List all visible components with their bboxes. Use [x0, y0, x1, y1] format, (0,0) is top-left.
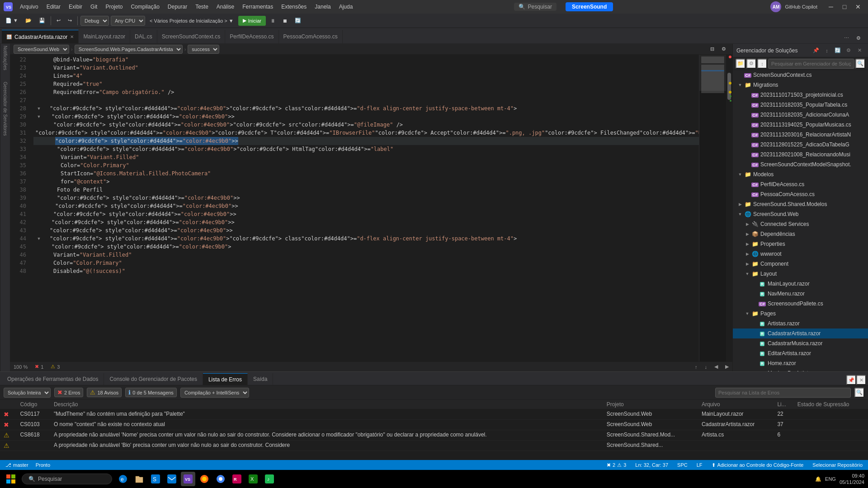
warning-indicator[interactable]: ⚠ 3	[51, 364, 60, 370]
menu-exibir[interactable]: Exibir	[65, 3, 86, 11]
server-explorer-label[interactable]: Gerenciador de Servidores	[3, 82, 8, 136]
code-line-41[interactable]: "color:#9cdcfe"> style"color:#d4d4d4">="…	[33, 210, 699, 218]
tree-item-7[interactable]: C#20231128015225_AdicaoDaTabelaG	[733, 140, 868, 150]
code-line-48[interactable]: Disabled="@(!success)"	[33, 267, 699, 275]
user-avatar[interactable]: AM	[770, 1, 781, 12]
panel-pin-button[interactable]: 📌	[811, 46, 821, 56]
tree-item-14[interactable]: ▼🌐ScreenSound.Web	[733, 209, 868, 219]
tree-item-23[interactable]: C#ScreensoundPallete.cs	[733, 299, 868, 309]
taskbar-app-store[interactable]: S	[148, 472, 163, 486]
error-row-2[interactable]: ⚠CS8618A propriedade não anulável 'Nome'…	[0, 430, 868, 441]
tree-item-24[interactable]: ▼📁Pages	[733, 309, 868, 319]
git-branch-status[interactable]: ⎇ master	[4, 462, 30, 468]
bottom-tab-erros[interactable]: Lista de Erros	[203, 373, 248, 385]
scroll-left[interactable]: ◀	[714, 364, 718, 370]
col-line[interactable]: Li...	[774, 400, 793, 409]
tree-item-28[interactable]: REditarArtista.razor	[733, 348, 868, 358]
menu-janela[interactable]: Janela	[311, 3, 334, 11]
code-content[interactable]: @bind-Value="biografia"Variant="Variant.…	[30, 55, 699, 361]
split-editor-button[interactable]: ⊟	[708, 44, 717, 55]
col-project[interactable]: Projeto	[603, 400, 698, 409]
tree-item-26[interactable]: RCadastrarArtista.razor	[733, 328, 868, 338]
code-line-23[interactable]: Variant="Variant.Outlined"	[33, 64, 699, 72]
code-line-35[interactable]: Color="Color.Primary"	[33, 161, 699, 169]
tree-item-13[interactable]: ▶📁ScreenSound.Shared.Modelos	[733, 199, 868, 209]
bottom-tab-gerenciador[interactable]: Operações de Ferramentas de Dados	[2, 373, 104, 385]
menu-git[interactable]: Git	[87, 3, 101, 11]
code-line-33[interactable]: "color:#9cdcfe"> style"color:#d4d4d4">="…	[33, 145, 699, 153]
open-button[interactable]: 📂	[23, 15, 34, 26]
code-line-26[interactable]: RequiredError="Campo obrigatório." />	[33, 88, 699, 96]
editor-scrollbar[interactable]	[726, 55, 732, 361]
tree-item-10[interactable]: ▼📁Modelos	[733, 169, 868, 179]
close-button[interactable]: ✕	[852, 1, 864, 12]
solution-search-button[interactable]: 🔍	[855, 59, 865, 69]
tree-item-0[interactable]: C#ScreenSoundContext.cs	[733, 70, 868, 80]
code-line-29[interactable]: ▼"color:#9cdcfe"> style"color:#d4d4d4">=…	[33, 113, 699, 121]
navigation-up[interactable]: ↑	[695, 364, 698, 370]
menu-projeto[interactable]: Projeto	[102, 3, 126, 11]
col-type[interactable]	[0, 400, 16, 409]
tree-item-2[interactable]: C#20231110171503_projetoInicial.cs	[733, 90, 868, 100]
scroll-right[interactable]: ▶	[725, 364, 729, 370]
tree-item-30[interactable]: RMusicasPorArtista.razor	[733, 368, 868, 371]
taskbar-notifications-icon[interactable]: 🔔	[815, 476, 821, 482]
tree-item-3[interactable]: C#20231110182035_PopularTabela.cs	[733, 100, 868, 110]
tree-item-29[interactable]: RHome.razor	[733, 358, 868, 368]
tree-item-21[interactable]: RMainLayout.razor	[733, 279, 868, 289]
taskbar-app-mail[interactable]	[165, 472, 179, 486]
restart-button[interactable]: 🔄	[292, 15, 304, 26]
pause-button[interactable]: ⏸	[268, 15, 278, 26]
col-file[interactable]: Arquivo	[698, 400, 774, 409]
new-file-button[interactable]: 📄 ▼	[3, 15, 21, 26]
undo-button[interactable]: ↩	[54, 15, 63, 26]
navigation-down[interactable]: ↓	[705, 364, 708, 370]
code-line-46[interactable]: Variant="Variant.Filled"	[33, 251, 699, 259]
code-line-47[interactable]: Color="Color.Primary"	[33, 259, 699, 267]
fold-arrow-44[interactable]: ▼	[35, 235, 42, 243]
code-line-27[interactable]	[33, 96, 699, 104]
page-selector[interactable]: ScreenSound.Web.Pages.CadastrarArtista	[75, 45, 183, 54]
message-count-badge[interactable]: ℹ 0 de 5 Mensagens	[125, 388, 177, 397]
code-line-45[interactable]: "color:#9cdcfe"> style"color:#d4d4d4">="…	[33, 243, 699, 251]
stop-button[interactable]: ⏹	[280, 15, 290, 26]
tab-cadastrar-artista[interactable]: 🪟 CadastrarArtista.razor ✕	[2, 30, 79, 43]
menu-teste[interactable]: Teste	[192, 3, 212, 11]
col-code[interactable]: Código	[16, 400, 50, 409]
menu-arquivo[interactable]: Arquivo	[16, 3, 42, 11]
fold-arrow-28[interactable]: ▼	[35, 104, 42, 113]
error-count-badge[interactable]: ✖ 2 Erros	[54, 388, 83, 397]
code-line-38[interactable]: Foto de Perfil	[33, 186, 699, 194]
build-filter-select[interactable]: Compilação + IntelliSens	[180, 388, 249, 398]
code-line-44[interactable]: ▼"color:#9cdcfe"> style"color:#d4d4d4">=…	[33, 235, 699, 243]
tab-dal[interactable]: DAL.cs	[130, 30, 157, 43]
panel-filter-button[interactable]: ⚙	[844, 46, 854, 56]
error-table-scroll[interactable]: Código Descrição Projeto Arquivo Li... E…	[0, 400, 868, 460]
tab-overflow-button[interactable]: ⋯	[841, 33, 852, 43]
redo-button[interactable]: ↪	[65, 15, 75, 26]
save-button[interactable]: 💾	[36, 15, 48, 26]
solution-search-input[interactable]	[768, 59, 854, 69]
member-selector[interactable]: success	[188, 45, 219, 54]
menu-depurar[interactable]: Depurar	[164, 3, 191, 11]
startup-project-button[interactable]: < Vários Projetos de Inicialização > ▼	[147, 15, 236, 26]
code-line-30[interactable]: "color:#9cdcfe"> style"color:#d4d4d4">="…	[33, 121, 699, 129]
start-button[interactable]: ▶ Iniciar	[238, 16, 266, 26]
menu-extensoes[interactable]: Extensões	[278, 3, 310, 11]
tab-main-layout[interactable]: MainLayout.razor	[79, 30, 130, 43]
solution-tree-view-button[interactable]: 📁	[736, 59, 745, 69]
tab-perfil[interactable]: PerfilDeAcesso.cs	[225, 30, 278, 43]
add-source-control[interactable]: ⬆ Adicionar ao Controle do Código-Fonte	[710, 462, 806, 468]
tree-item-6[interactable]: C#20231113203016_RelacionarArtistaN	[733, 130, 868, 140]
cpu-mode-select[interactable]: Any CPU	[111, 16, 145, 26]
taskbar-app-chrome[interactable]	[213, 472, 228, 486]
start-button[interactable]	[4, 472, 18, 486]
fold-arrow-29[interactable]: ▼	[35, 113, 42, 121]
debug-mode-select[interactable]: Debug	[80, 16, 109, 26]
solution-prop-button[interactable]: ⚙	[746, 59, 756, 69]
code-line-28[interactable]: ▼"color:#9cdcfe"> style"color:#d4d4d4">=…	[33, 104, 699, 113]
col-suppression[interactable]: Estado de Supressão	[794, 400, 868, 409]
tree-item-15[interactable]: ▶🔌Connected Services	[733, 219, 868, 229]
tab-close-cadastrar[interactable]: ✕	[70, 34, 74, 39]
tab-context[interactable]: ScreenSoundContext.cs	[157, 30, 225, 43]
